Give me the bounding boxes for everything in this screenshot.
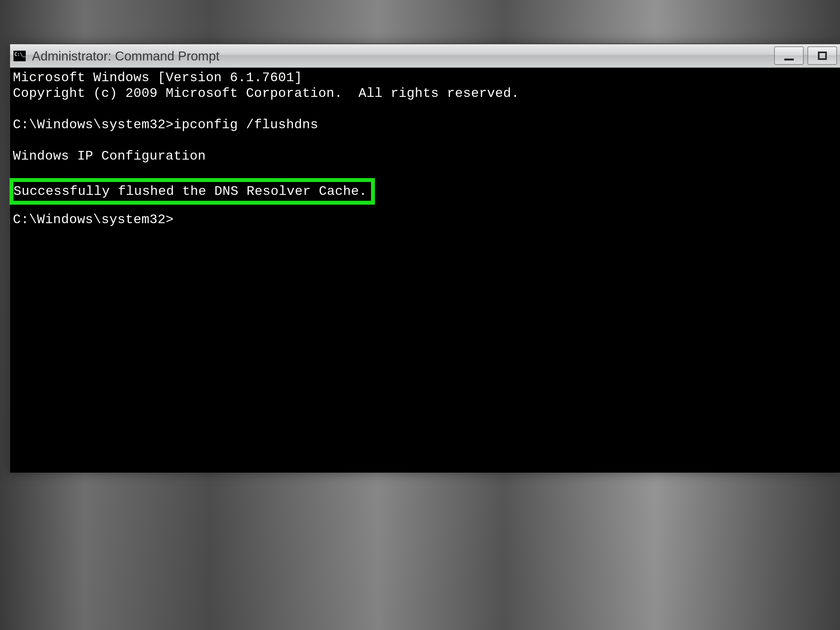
maximize-button[interactable] [807,46,837,65]
titlebar[interactable]: Administrator: Command Prompt [10,44,840,68]
console-output[interactable]: Microsoft Windows [Version 6.1.7601]Copy… [10,68,840,473]
console-line: Copyright (c) 2009 Microsoft Corporation… [13,86,840,101]
console-prompt: C:\Windows\system32> [13,212,840,227]
maximize-icon [818,52,827,60]
cmd-icon[interactable] [13,50,26,62]
highlighted-line: Successfully flushed the DNS Resolver Ca… [13,180,840,204]
console-line: Microsoft Windows [Version 6.1.7601] [13,70,840,86]
console-line: Successfully flushed the DNS Resolver Ca… [13,184,367,199]
window-controls [774,46,837,65]
desktop-background: Administrator: Command Prompt Microsoft … [0,0,840,630]
minimize-button[interactable] [774,46,804,65]
window-title: Administrator: Command Prompt [32,49,219,63]
command-prompt-window: Administrator: Command Prompt Microsoft … [9,43,840,473]
console-line: C:\Windows\system32>ipconfig /flushdns [13,117,840,133]
highlight-box: Successfully flushed the DNS Resolver Ca… [9,178,375,205]
console-line: Windows IP Configuration [13,148,840,164]
minimize-icon [784,58,794,60]
